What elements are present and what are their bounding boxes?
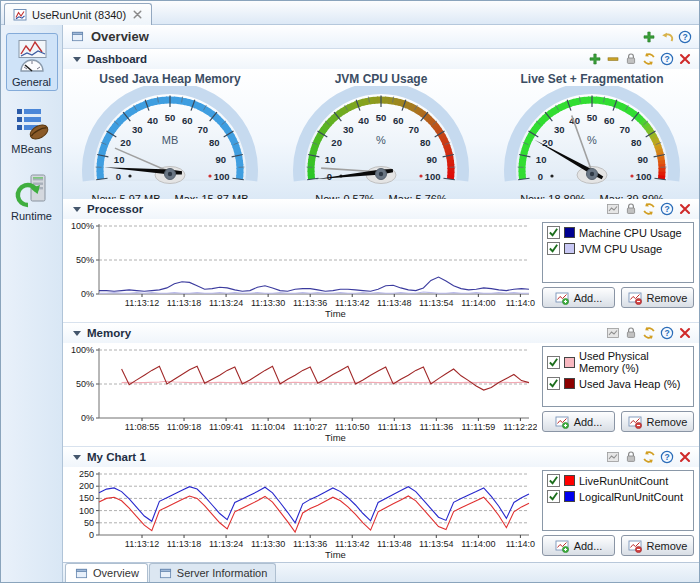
- section-toolbar: ?: [605, 326, 692, 341]
- svg-text:200: 200: [79, 481, 94, 491]
- tab-server-information[interactable]: Server Information: [149, 563, 276, 582]
- svg-text:50: 50: [376, 112, 387, 123]
- refresh-icon[interactable]: [641, 450, 656, 465]
- svg-text:11:11:59: 11:11:59: [462, 422, 496, 432]
- svg-text:60: 60: [604, 115, 615, 126]
- series-checkbox[interactable]: [547, 242, 560, 255]
- tab-overview[interactable]: Overview: [65, 563, 148, 582]
- editor-tab-bar: UseRunUnit (8340): [1, 1, 699, 25]
- svg-text:80: 80: [420, 137, 431, 148]
- svg-text:80: 80: [209, 137, 220, 148]
- svg-text:?: ?: [664, 328, 669, 338]
- svg-text:11:14:0: 11:14:0: [506, 298, 535, 308]
- series-checkbox[interactable]: [547, 474, 560, 487]
- svg-text:11:10:27: 11:10:27: [293, 422, 327, 432]
- refresh-icon[interactable]: [641, 326, 656, 341]
- snapshot-icon[interactable]: [605, 202, 620, 217]
- series-checkbox[interactable]: [547, 226, 560, 239]
- close-icon[interactable]: [677, 52, 692, 67]
- legend-item[interactable]: Machine CPU Usage: [547, 226, 689, 239]
- svg-text:10: 10: [114, 154, 125, 165]
- svg-text:20: 20: [331, 137, 342, 148]
- page-icon: [158, 566, 173, 581]
- add-dial-icon[interactable]: [587, 52, 602, 67]
- add-series-button[interactable]: Add...: [542, 411, 615, 432]
- remove-dial-icon[interactable]: [605, 52, 620, 67]
- close-tab-icon[interactable]: [131, 8, 144, 21]
- freeze-icon[interactable]: [623, 326, 638, 341]
- svg-text:Time: Time: [325, 549, 346, 560]
- remove-series-button[interactable]: Remove: [621, 287, 694, 308]
- add-series-button[interactable]: Add...: [542, 535, 615, 556]
- help-icon[interactable]: ?: [677, 29, 692, 44]
- remove-series-button[interactable]: Remove: [621, 411, 694, 432]
- sidebar-item-mbeans[interactable]: MBeans: [6, 100, 58, 158]
- collapse-triangle-icon[interactable]: [73, 57, 81, 62]
- reset-icon[interactable]: [659, 29, 674, 44]
- svg-text:0: 0: [89, 530, 94, 540]
- svg-text:100%: 100%: [71, 221, 94, 231]
- remove-button-label: Remove: [647, 292, 688, 304]
- add-chart-icon[interactable]: [641, 29, 656, 44]
- svg-text:11:10:50: 11:10:50: [335, 422, 369, 432]
- chart-canvas: 05010015020025011:13:1211:13:1811:13:241…: [65, 469, 537, 561]
- collapse-triangle-icon[interactable]: [73, 331, 81, 336]
- help-icon[interactable]: ?: [659, 326, 674, 341]
- gauge-canvas: 0102030405060708090100MB: [72, 86, 268, 192]
- svg-text:100%: 100%: [71, 345, 94, 355]
- collapse-triangle-icon[interactable]: [73, 455, 81, 460]
- freeze-icon[interactable]: [623, 202, 638, 217]
- legend-item[interactable]: Used Physical Memory (%): [547, 350, 689, 374]
- refresh-icon[interactable]: [641, 202, 656, 217]
- refresh-icon[interactable]: [641, 52, 656, 67]
- series-checkbox[interactable]: [547, 490, 560, 503]
- svg-text:10: 10: [536, 154, 547, 165]
- section-title: Dashboard: [87, 53, 147, 65]
- add-series-button[interactable]: Add...: [542, 287, 615, 308]
- section-header-dashboard[interactable]: Dashboard ?: [63, 49, 699, 69]
- help-icon[interactable]: ?: [659, 52, 674, 67]
- section-header-memory[interactable]: Memory ?: [63, 323, 699, 343]
- legend-item[interactable]: Used Java Heap (%): [547, 377, 689, 390]
- overview-header: Overview ?: [63, 25, 699, 49]
- sidebar-item-general[interactable]: General: [6, 33, 58, 91]
- close-icon[interactable]: [677, 202, 692, 217]
- chart-canvas: 0%50%100%11:13:1211:13:1811:13:2411:13:3…: [65, 221, 537, 320]
- svg-text:150: 150: [79, 493, 94, 503]
- svg-text:50: 50: [165, 112, 176, 123]
- svg-text:40: 40: [358, 115, 369, 126]
- help-icon[interactable]: ?: [659, 202, 674, 217]
- svg-text:50%: 50%: [76, 255, 94, 265]
- svg-text:11:14:00: 11:14:00: [461, 298, 495, 308]
- snapshot-icon[interactable]: [605, 326, 620, 341]
- close-icon[interactable]: [677, 450, 692, 465]
- gauge-title: Live Set + Fragmentation: [488, 72, 696, 86]
- series-color-swatch: [564, 491, 575, 502]
- legend-item[interactable]: LogicalRunUnitCount: [547, 490, 689, 503]
- series-label: LogicalRunUnitCount: [579, 491, 683, 503]
- freeze-icon[interactable]: [623, 52, 638, 67]
- svg-text:100: 100: [214, 171, 230, 182]
- close-icon[interactable]: [677, 326, 692, 341]
- bottom-tab-bar: Overview Server Information: [63, 562, 699, 582]
- series-checkbox[interactable]: [547, 377, 560, 390]
- section-header-processor[interactable]: Processor ?: [63, 199, 699, 219]
- svg-text:0: 0: [327, 171, 332, 182]
- svg-text:Time: Time: [325, 432, 346, 443]
- collapse-triangle-icon[interactable]: [73, 207, 81, 212]
- sidebar-item-runtime[interactable]: Runtime: [6, 167, 58, 225]
- legend-item[interactable]: LiveRunUnitCount: [547, 474, 689, 487]
- sidebar-item-label: General: [12, 76, 51, 88]
- svg-text:11:13:48: 11:13:48: [377, 539, 411, 549]
- series-checkbox[interactable]: [547, 356, 560, 369]
- remove-series-button[interactable]: Remove: [621, 535, 694, 556]
- processor-chart: 0%50%100%11:13:1211:13:1811:13:2411:13:3…: [65, 221, 537, 320]
- editor-tab-userununit[interactable]: UseRunUnit (8340): [4, 3, 152, 25]
- section-header-my-chart-1[interactable]: My Chart 1 ?: [63, 447, 699, 467]
- help-icon[interactable]: ?: [659, 450, 674, 465]
- svg-text:11:13:12: 11:13:12: [125, 298, 159, 308]
- legend-item[interactable]: JVM CPU Usage: [547, 242, 689, 255]
- add-button-label: Add...: [574, 416, 603, 428]
- snapshot-icon[interactable]: [605, 450, 620, 465]
- freeze-icon[interactable]: [623, 450, 638, 465]
